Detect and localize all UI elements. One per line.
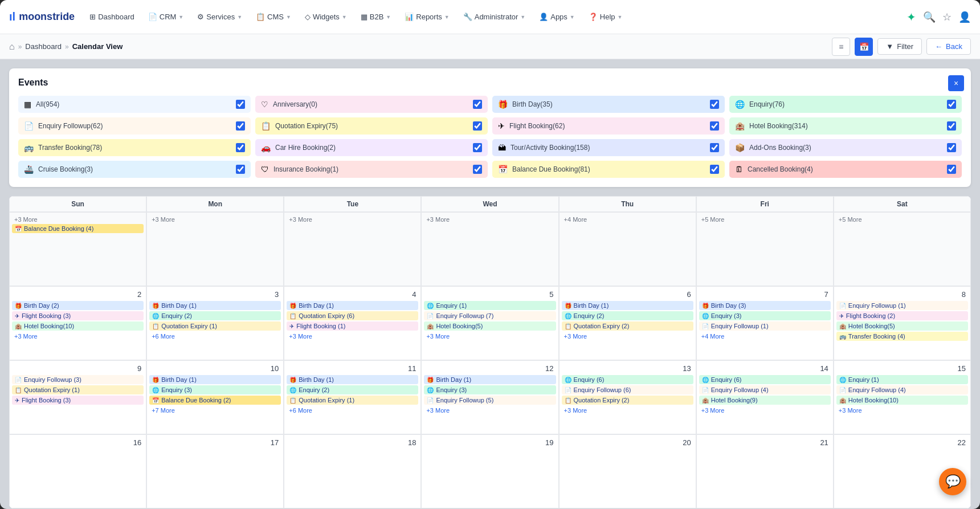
star-icon[interactable]: ☆: [942, 11, 952, 23]
event-checkbox[interactable]: [473, 121, 482, 131]
search-icon[interactable]: 🔍: [923, 11, 936, 23]
calendar-cell[interactable]: 20: [559, 434, 696, 508]
calendar-cell[interactable]: 14 🌐 Enquiry (6) 📄 Enquiry Followup (4) …: [696, 360, 834, 434]
calendar-event[interactable]: 🌐 Enquiry (2): [562, 311, 693, 320]
event-checkbox[interactable]: [947, 100, 956, 109]
cal-overflow[interactable]: +4 More: [562, 215, 693, 224]
calendar-event[interactable]: 🌐 Enquiry (2): [287, 385, 418, 394]
cal-overflow[interactable]: +3 More: [287, 215, 418, 224]
cal-overflow[interactable]: +5 More: [699, 215, 831, 224]
event-checkbox[interactable]: [710, 143, 719, 152]
calendar-event[interactable]: 🎁 Birth Day (2): [12, 301, 144, 310]
calendar-cell[interactable]: 8 📄 Enquiry Followup (1) ✈ Flight Bookin…: [834, 286, 971, 360]
calendar-event[interactable]: 🚌 Transfer Booking (4): [836, 332, 968, 341]
event-filter-birthday[interactable]: 🎁 Birth Day(35): [492, 96, 725, 113]
user-icon[interactable]: 👤: [958, 11, 971, 23]
calendar-cell[interactable]: 21: [696, 434, 834, 508]
calendar-event[interactable]: 🏨 Hotel Booking(5): [836, 321, 968, 331]
calendar-event[interactable]: 📄 Enquiry Followup (4): [836, 385, 968, 394]
filter-button[interactable]: ▼ Filter: [877, 38, 922, 55]
event-filter-enquiry[interactable]: 🌐 Enquiry(76): [729, 96, 962, 113]
cal-overflow[interactable]: +3 More: [562, 406, 693, 415]
cal-overflow[interactable]: +3 More: [836, 406, 968, 415]
calendar-event[interactable]: 🎁 Birth Day (1): [287, 301, 418, 310]
calendar-event[interactable]: 🎁 Birth Day (1): [424, 375, 556, 384]
nav-cms[interactable]: 📋 CMS ▼: [250, 9, 297, 25]
event-checkbox[interactable]: [947, 165, 956, 174]
calendar-event[interactable]: 🌐 Enquiry (3): [424, 385, 556, 394]
calendar-event[interactable]: 🎁 Birth Day (1): [149, 375, 281, 384]
calendar-cell[interactable]: 10 🎁 Birth Day (1) 🌐 Enquiry (3) 📅 Balan…: [146, 360, 284, 434]
cal-overflow[interactable]: +3 More: [424, 406, 556, 415]
event-filter-tour[interactable]: 🏔 Tour/Activity Booking(158): [492, 139, 725, 156]
calendar-event[interactable]: 📄 Enquiry Followup (6): [562, 385, 693, 394]
event-filter-anniversary[interactable]: ♡ Anniversary(0): [255, 96, 488, 113]
back-button[interactable]: ← Back: [926, 38, 971, 55]
cal-overflow[interactable]: +3 More: [699, 406, 831, 415]
calendar-event[interactable]: 🌐 Enquiry (1): [836, 375, 968, 384]
event-filter-cancelled[interactable]: 🗓 Cancelled Booking(4): [729, 161, 962, 178]
calendar-cell[interactable]: 5 🌐 Enquiry (1) 📄 Enquiry Followup (7) 🏨…: [421, 286, 558, 360]
calendar-event[interactable]: 🏨 Hotel Booking(10): [836, 396, 968, 405]
calendar-cell[interactable]: 11 🎁 Birth Day (1) 🌐 Enquiry (2) 📋 Quota…: [284, 360, 421, 434]
breadcrumb-dashboard[interactable]: Dashboard: [25, 42, 62, 51]
events-close-button[interactable]: ×: [948, 75, 964, 91]
event-checkbox[interactable]: [947, 121, 956, 131]
calendar-cell[interactable]: 12 🎁 Birth Day (1) 🌐 Enquiry (3) 📄 Enqui…: [421, 360, 558, 434]
calendar-cell[interactable]: 2 🎁 Birth Day (2) ✈ Flight Booking (3) 🏨…: [9, 286, 146, 360]
calendar-event[interactable]: 📋 Quotation Expiry (1): [287, 396, 418, 405]
cal-overflow[interactable]: +3 More: [12, 332, 144, 341]
calendar-event[interactable]: ✈ Flight Booking (3): [12, 311, 144, 320]
event-checkbox[interactable]: [236, 100, 245, 109]
calendar-event[interactable]: 🎁 Birth Day (1): [562, 301, 693, 310]
calendar-event[interactable]: 🎁 Birth Day (1): [287, 375, 418, 384]
calendar-cell[interactable]: 6 🎁 Birth Day (1) 🌐 Enquiry (2) 📋 Quotat…: [559, 286, 696, 360]
cal-overflow[interactable]: +3 More: [562, 332, 693, 341]
event-filter-quotation[interactable]: 📋 Quotation Expiry(75): [255, 117, 488, 135]
calendar-cell[interactable]: 13 🌐 Enquiry (6) 📄 Enquiry Followup (6) …: [559, 360, 696, 434]
event-checkbox[interactable]: [473, 165, 482, 174]
event-filter-car[interactable]: 🚗 Car Hire Booking(2): [255, 139, 488, 156]
calendar-event[interactable]: 📄 Enquiry Followup (3): [12, 375, 144, 384]
event-checkbox[interactable]: [710, 121, 719, 131]
list-view-button[interactable]: ≡: [832, 38, 850, 56]
nav-dashboard[interactable]: ⊞ Dashboard: [84, 9, 140, 25]
calendar-event[interactable]: 📋 Quotation Expiry (6): [287, 311, 418, 320]
calendar-event[interactable]: 📋 Quotation Expiry (1): [149, 321, 281, 331]
ai-icon[interactable]: ✦: [906, 10, 916, 24]
cal-overflow[interactable]: +3 More: [287, 332, 418, 341]
calendar-event[interactable]: 📄 Enquiry Followup (1): [836, 301, 968, 310]
nav-widgets[interactable]: ◇ Widgets ▼: [299, 9, 353, 25]
event-filter-enqfollowup[interactable]: 📄 Enquiry Followup(62): [18, 117, 251, 135]
cal-overflow[interactable]: +5 More: [836, 215, 968, 224]
nav-reports[interactable]: 📊 Reports ▼: [399, 9, 455, 25]
cal-overflow[interactable]: +6 More: [149, 332, 281, 341]
event-filter-hotel[interactable]: 🏨 Hotel Booking(314): [729, 117, 962, 135]
calendar-event[interactable]: 📋 Quotation Expiry (2): [562, 396, 693, 405]
calendar-event[interactable]: ✈ Flight Booking (1): [287, 321, 418, 331]
event-checkbox[interactable]: [710, 100, 719, 109]
event-checkbox[interactable]: [710, 165, 719, 174]
calendar-event[interactable]: 🌐 Enquiry (1): [424, 301, 556, 310]
event-filter-cruise[interactable]: 🚢 Cruise Booking(3): [18, 161, 251, 178]
cal-overflow[interactable]: +6 More: [287, 406, 418, 415]
calendar-cell[interactable]: 16: [9, 434, 146, 508]
event-filter-addon[interactable]: 📦 Add-Ons Booking(3): [729, 139, 962, 156]
calendar-cell[interactable]: 15 🌐 Enquiry (1) 📄 Enquiry Followup (4) …: [834, 360, 971, 434]
event-checkbox[interactable]: [473, 100, 482, 109]
calendar-event[interactable]: ✈ Flight Booking (2): [836, 311, 968, 320]
event-checkbox[interactable]: [947, 143, 956, 152]
calendar-event[interactable]: 📄 Enquiry Followup (7): [424, 311, 556, 320]
event-checkbox[interactable]: [236, 143, 245, 152]
chat-bubble[interactable]: 💬: [939, 468, 966, 495]
event-checkbox[interactable]: [236, 121, 245, 131]
calendar-view-button[interactable]: 📅: [855, 38, 873, 56]
calendar-event[interactable]: 📅 Balance Due Booking (4): [12, 224, 144, 233]
cal-overflow[interactable]: +3 More: [12, 215, 144, 224]
calendar-event[interactable]: 📅 Balance Due Booking (2): [149, 396, 281, 405]
nav-crm[interactable]: 📄 CRM ▼: [142, 9, 190, 25]
nav-administrator[interactable]: 🔧 Administrator ▼: [458, 9, 532, 25]
calendar-cell[interactable]: 3 🎁 Birth Day (1) 🌐 Enquiry (2) 📋 Quotat…: [146, 286, 284, 360]
calendar-event[interactable]: 📋 Quotation Expiry (2): [562, 321, 693, 331]
calendar-event[interactable]: 📄 Enquiry Followup (4): [699, 385, 831, 394]
